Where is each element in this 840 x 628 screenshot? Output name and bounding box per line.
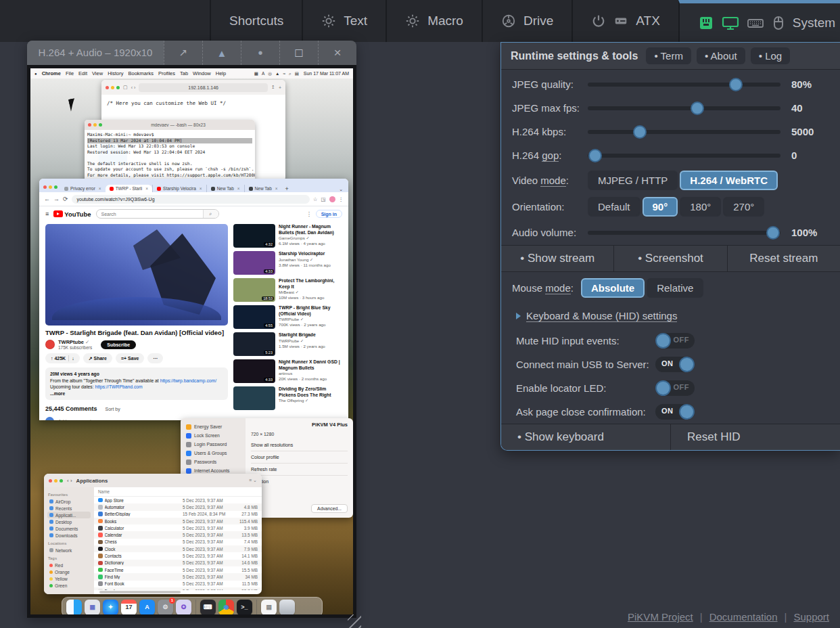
suggested-video[interactable]: Dividing By Zero/Slim Pickens Does The R… xyxy=(233,386,342,410)
scrollbar[interactable] xyxy=(99,591,181,593)
dock-app-icon[interactable]: ✦ xyxy=(103,600,118,615)
stream-close-button[interactable]: × xyxy=(318,41,356,65)
finder-view-icons[interactable]: ≡ ⌄ xyxy=(249,478,257,483)
orientation-180-button[interactable]: 180° xyxy=(680,197,721,217)
dock-app-icon[interactable]: A xyxy=(139,600,155,615)
finder-sidebar-item[interactable]: AirDrop xyxy=(47,498,91,505)
video-description[interactable]: 20M views 4 years ago From the album "To… xyxy=(45,367,228,400)
connect-usb-toggle[interactable]: ON xyxy=(655,357,695,372)
stream-detach-button[interactable]: ▲ xyxy=(202,41,241,65)
show-keyboard-button[interactable]: • Show keyboard xyxy=(501,424,670,450)
audio-volume-slider[interactable] xyxy=(588,231,780,235)
settings-option[interactable]: Colour profile xyxy=(251,451,348,463)
orientation-default-button[interactable]: Default xyxy=(588,197,640,217)
browser-tab-active[interactable]: TWRP - Starli × xyxy=(106,185,152,192)
settings-option[interactable]: Show all resolutions xyxy=(251,439,348,451)
hamburger-icon[interactable]: ≡ xyxy=(45,210,49,217)
slider-knob[interactable] xyxy=(588,149,602,162)
orientation-90-button[interactable]: 90° xyxy=(643,197,678,217)
like-button[interactable]: ↑ 425K↓ xyxy=(45,353,80,363)
suggested-video[interactable]: 4:33 Starship Velociraptor Jonathan Youn… xyxy=(233,251,342,275)
description-link[interactable]: https://twrp.bandcamp.com/ xyxy=(160,378,217,383)
finder-tag-item[interactable]: Red xyxy=(47,562,91,568)
file-row[interactable]: Chess 5 Dec 2023, 9:37 AM 7.4 MB xyxy=(94,539,262,545)
browser-tab[interactable]: New Tab × xyxy=(206,185,244,192)
tab-search-caret[interactable]: ⌄ xyxy=(336,187,346,192)
hid-settings-link[interactable]: Keyboard & Mouse (HID) settings xyxy=(526,310,677,322)
forward-icon[interactable]: → xyxy=(53,196,60,202)
finder-sidebar-item[interactable]: Recents xyxy=(47,505,91,512)
file-row[interactable]: Clock 5 Dec 2023, 9:37 AM 7.9 MB xyxy=(94,545,262,552)
tab-close-icon[interactable]: × xyxy=(275,186,278,191)
h264-gop-slider[interactable] xyxy=(588,154,780,158)
suggested-video[interactable]: 4:32 Night Runner - Magnum Bullets (feat… xyxy=(233,224,342,248)
mouse-absolute-button[interactable]: Absolute xyxy=(581,278,645,298)
video-player[interactable] xyxy=(45,224,228,326)
browser-tab[interactable]: Privacy error × xyxy=(60,185,106,192)
advanced-button[interactable]: Advanced... xyxy=(311,504,348,513)
finder-sidebar-item[interactable]: Network xyxy=(47,547,91,554)
dock-app-icon[interactable]: ▤ xyxy=(261,600,277,615)
stream-expand-button[interactable]: ↗ xyxy=(164,41,202,65)
stream-fullscreen-button[interactable]: □ xyxy=(279,41,318,65)
browser-tab[interactable]: Starship Velocira × xyxy=(152,185,206,192)
finder-tag-item[interactable]: Green xyxy=(47,582,91,589)
file-row[interactable]: Calculator 5 Dec 2023, 9:37 AM 3.9 MB xyxy=(94,524,262,531)
pikvm-project-link[interactable]: PiKVM Project xyxy=(628,611,693,623)
h264-kbps-slider[interactable] xyxy=(588,130,780,134)
channel-name[interactable]: TWRPtube xyxy=(58,339,84,345)
reload-icon[interactable]: ⟳ xyxy=(63,196,68,202)
file-row[interactable]: Font Book 5 Dec 2023, 9:37 AM 11.5 MB xyxy=(94,581,262,587)
locator-led-toggle[interactable]: OFF xyxy=(655,380,695,396)
profile-avatar[interactable] xyxy=(329,196,335,202)
dock-app-icon[interactable] xyxy=(279,600,295,615)
address-bar[interactable]: youtube.com/watch?v=J9Q3iSw6-Ug xyxy=(72,195,310,204)
dock-app-icon[interactable]: ⌨ xyxy=(200,600,216,615)
finder-sidebar-item-selected[interactable]: Applicati... xyxy=(47,512,91,518)
comment-placeholder[interactable]: Add a comment... xyxy=(58,419,95,420)
suggested-video[interactable]: 18:53 Protect The Lamborghini, Keep It M… xyxy=(233,278,342,302)
file-row[interactable]: Books 5 Dec 2023, 9:37 AM 115.4 MB xyxy=(94,518,262,524)
finder-nav-arrows[interactable]: ‹ › xyxy=(67,478,72,484)
finder-sidebar-item[interactable]: Downloads xyxy=(47,532,91,539)
documentation-link[interactable]: Documentation xyxy=(709,611,778,623)
video-mode-mjpeg-button[interactable]: MJPEG / HTTP xyxy=(588,171,678,190)
search-input[interactable] xyxy=(97,212,203,217)
file-row[interactable]: Freeform 5 Dec 2023, 9:37 AM 52.7 MB xyxy=(94,587,262,590)
slider-knob[interactable] xyxy=(633,125,647,139)
youtube-searchbar[interactable]: ⌕ xyxy=(96,209,219,219)
suggested-video[interactable]: 4:55 TWRP - Bright Blue Sky (Official Vi… xyxy=(233,305,342,329)
jpeg-quality-slider[interactable] xyxy=(588,83,780,87)
share-button[interactable]: ↗ Share xyxy=(83,353,112,363)
file-row[interactable]: Contacts 5 Dec 2023, 9:37 AM 14.1 MB xyxy=(94,552,262,559)
dock-app-icon[interactable]: ◉ xyxy=(218,600,234,615)
file-row[interactable]: FaceTime 5 Dec 2023, 9:37 AM 15.5 MB xyxy=(94,566,262,573)
search-icon[interactable]: ⌕ xyxy=(203,210,218,218)
settings-sidebar-item[interactable]: Passwords xyxy=(184,457,242,466)
show-stream-button[interactable]: • Show stream xyxy=(501,246,613,271)
reset-hid-button[interactable]: Reset HID xyxy=(670,424,840,450)
menu-drive[interactable]: Drive xyxy=(482,0,571,42)
settings-sidebar-item[interactable]: Energy Saver xyxy=(184,422,242,431)
subscribe-button[interactable]: Subscribe xyxy=(101,340,136,349)
tab-close-icon[interactable]: × xyxy=(99,186,101,191)
chrome-menu-icon[interactable]: ⋮ xyxy=(339,196,344,202)
more-actions-button[interactable]: ··· xyxy=(147,353,163,363)
mouse-relative-button[interactable]: Relative xyxy=(647,278,703,298)
close-confirmation-toggle[interactable]: ON xyxy=(655,404,695,420)
settings-option[interactable]: Refresh rate xyxy=(251,463,348,475)
suggested-video[interactable]: 4:33 Night Runner X Danni GSD | Magnum B… xyxy=(233,359,342,383)
window-resize-handle[interactable] xyxy=(348,614,361,628)
bookmark-star-icon[interactable]: ☆ xyxy=(313,196,318,202)
slider-knob[interactable] xyxy=(691,102,704,115)
tab-close-icon[interactable]: × xyxy=(200,186,202,191)
dock-app-icon[interactable]: >_ xyxy=(237,600,252,615)
settings-option[interactable]: Rotation xyxy=(251,475,348,487)
settings-sidebar-item[interactable]: Login Password xyxy=(184,440,242,449)
settings-sidebar-item[interactable]: Users & Groups xyxy=(184,449,242,457)
file-row[interactable]: BetterDisplay 15 Feb 2024, 8:34 PM 27.3 … xyxy=(94,511,262,518)
log-button[interactable]: • Log xyxy=(751,47,790,64)
file-row[interactable]: Dictionary 5 Dec 2023, 9:37 AM 14.6 MB xyxy=(94,560,262,566)
dock-app-icon[interactable] xyxy=(66,600,82,615)
dock-app-icon[interactable]: ⚙ 1 xyxy=(158,600,173,615)
